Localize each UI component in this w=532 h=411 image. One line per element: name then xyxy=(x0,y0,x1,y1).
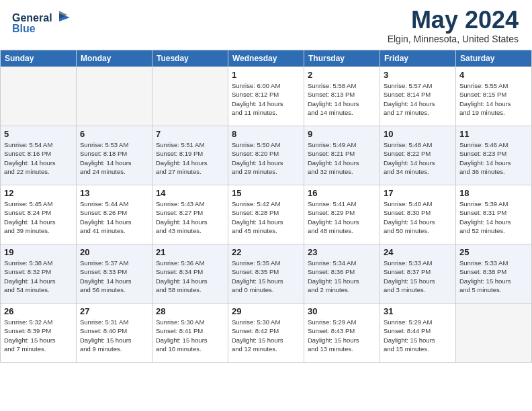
date-number: 27 xyxy=(80,306,148,316)
date-number: 12 xyxy=(4,188,73,198)
calendar-cell xyxy=(456,304,532,363)
day-info: Sunrise: 5:39 AM Sunset: 8:31 PM Dayligh… xyxy=(459,199,528,235)
date-number: 7 xyxy=(156,129,224,139)
day-info: Sunrise: 5:50 AM Sunset: 8:20 PM Dayligh… xyxy=(232,140,300,176)
calendar-cell: 23Sunrise: 5:34 AM Sunset: 8:36 PM Dayli… xyxy=(304,244,380,304)
calendar-cell: 6Sunrise: 5:53 AM Sunset: 8:18 PM Daylig… xyxy=(77,126,152,185)
day-info: Sunrise: 5:37 AM Sunset: 8:33 PM Dayligh… xyxy=(80,259,148,294)
date-number: 1 xyxy=(232,70,300,80)
calendar-cell xyxy=(152,67,228,126)
calendar-cell: 20Sunrise: 5:37 AM Sunset: 8:33 PM Dayli… xyxy=(77,244,152,304)
day-info: Sunrise: 5:54 AM Sunset: 8:16 PM Dayligh… xyxy=(4,140,73,176)
day-info: Sunrise: 5:30 AM Sunset: 8:42 PM Dayligh… xyxy=(232,318,300,353)
calendar-week-row: 1Sunrise: 6:00 AM Sunset: 8:12 PM Daylig… xyxy=(1,67,532,126)
day-info: Sunrise: 5:29 AM Sunset: 8:43 PM Dayligh… xyxy=(308,318,376,353)
day-info: Sunrise: 5:30 AM Sunset: 8:41 PM Dayligh… xyxy=(156,318,224,353)
calendar-cell: 10Sunrise: 5:48 AM Sunset: 8:22 PM Dayli… xyxy=(380,126,456,185)
col-header-wednesday: Wednesday xyxy=(228,50,304,67)
month-title: May 2024 xyxy=(388,8,519,32)
date-number: 13 xyxy=(80,188,148,198)
calendar-cell: 12Sunrise: 5:45 AM Sunset: 8:24 PM Dayli… xyxy=(1,185,77,244)
calendar-cell: 14Sunrise: 5:43 AM Sunset: 8:27 PM Dayli… xyxy=(152,185,228,244)
calendar-cell: 3Sunrise: 5:57 AM Sunset: 8:14 PM Daylig… xyxy=(380,67,456,126)
date-number: 28 xyxy=(156,306,224,316)
calendar-cell: 4Sunrise: 5:55 AM Sunset: 8:15 PM Daylig… xyxy=(456,67,532,126)
calendar-cell: 1Sunrise: 6:00 AM Sunset: 8:12 PM Daylig… xyxy=(228,67,304,126)
calendar-table: SundayMondayTuesdayWednesdayThursdayFrid… xyxy=(0,50,532,363)
date-number: 11 xyxy=(459,129,528,139)
calendar-cell: 22Sunrise: 5:35 AM Sunset: 8:35 PM Dayli… xyxy=(228,244,304,304)
day-info: Sunrise: 5:45 AM Sunset: 8:24 PM Dayligh… xyxy=(4,199,73,235)
day-info: Sunrise: 5:51 AM Sunset: 8:19 PM Dayligh… xyxy=(156,140,224,176)
calendar-cell: 29Sunrise: 5:30 AM Sunset: 8:42 PM Dayli… xyxy=(228,304,304,363)
calendar-cell: 31Sunrise: 5:29 AM Sunset: 8:44 PM Dayli… xyxy=(380,304,456,363)
col-header-monday: Monday xyxy=(77,50,152,67)
day-info: Sunrise: 5:48 AM Sunset: 8:22 PM Dayligh… xyxy=(384,140,452,176)
calendar-cell: 19Sunrise: 5:38 AM Sunset: 8:32 PM Dayli… xyxy=(1,244,77,304)
calendar-week-row: 5Sunrise: 5:54 AM Sunset: 8:16 PM Daylig… xyxy=(1,126,532,185)
svg-text:Blue: Blue xyxy=(12,23,36,34)
date-number: 8 xyxy=(232,129,300,139)
calendar-week-row: 12Sunrise: 5:45 AM Sunset: 8:24 PM Dayli… xyxy=(1,185,532,244)
day-info: Sunrise: 6:00 AM Sunset: 8:12 PM Dayligh… xyxy=(232,81,300,117)
day-info: Sunrise: 5:40 AM Sunset: 8:30 PM Dayligh… xyxy=(384,199,452,235)
calendar-cell: 16Sunrise: 5:41 AM Sunset: 8:29 PM Dayli… xyxy=(304,185,380,244)
day-info: Sunrise: 5:31 AM Sunset: 8:40 PM Dayligh… xyxy=(80,318,148,353)
location: Elgin, Minnesota, United States xyxy=(388,34,519,44)
svg-text:General: General xyxy=(12,12,52,24)
calendar-cell: 2Sunrise: 5:58 AM Sunset: 8:13 PM Daylig… xyxy=(304,67,380,126)
day-info: Sunrise: 5:33 AM Sunset: 8:38 PM Dayligh… xyxy=(459,259,528,294)
col-header-thursday: Thursday xyxy=(304,50,380,67)
title-block: May 2024 Elgin, Minnesota, United States xyxy=(388,8,519,44)
date-number: 24 xyxy=(384,247,452,257)
date-number: 4 xyxy=(459,70,528,80)
day-info: Sunrise: 5:57 AM Sunset: 8:14 PM Dayligh… xyxy=(384,81,452,117)
day-info: Sunrise: 5:58 AM Sunset: 8:13 PM Dayligh… xyxy=(308,81,376,117)
date-number: 23 xyxy=(308,247,376,257)
day-info: Sunrise: 5:49 AM Sunset: 8:21 PM Dayligh… xyxy=(308,140,376,176)
calendar-week-row: 26Sunrise: 5:32 AM Sunset: 8:39 PM Dayli… xyxy=(1,304,532,363)
calendar-cell xyxy=(1,67,77,126)
day-info: Sunrise: 5:55 AM Sunset: 8:15 PM Dayligh… xyxy=(459,81,528,117)
day-info: Sunrise: 5:36 AM Sunset: 8:34 PM Dayligh… xyxy=(156,259,224,294)
day-info: Sunrise: 5:33 AM Sunset: 8:37 PM Dayligh… xyxy=(384,259,452,294)
calendar-cell: 8Sunrise: 5:50 AM Sunset: 8:20 PM Daylig… xyxy=(228,126,304,185)
calendar-cell: 17Sunrise: 5:40 AM Sunset: 8:30 PM Dayli… xyxy=(380,185,456,244)
day-info: Sunrise: 5:34 AM Sunset: 8:36 PM Dayligh… xyxy=(308,259,376,294)
date-number: 29 xyxy=(232,306,300,316)
date-number: 2 xyxy=(308,70,376,80)
date-number: 18 xyxy=(459,188,528,198)
day-info: Sunrise: 5:43 AM Sunset: 8:27 PM Dayligh… xyxy=(156,199,224,235)
logo: General Blue xyxy=(11,8,71,40)
date-number: 6 xyxy=(80,129,148,139)
calendar-cell: 18Sunrise: 5:39 AM Sunset: 8:31 PM Dayli… xyxy=(456,185,532,244)
day-info: Sunrise: 5:42 AM Sunset: 8:28 PM Dayligh… xyxy=(232,199,300,235)
date-number: 19 xyxy=(4,247,73,257)
calendar-cell xyxy=(77,67,152,126)
calendar-cell: 21Sunrise: 5:36 AM Sunset: 8:34 PM Dayli… xyxy=(152,244,228,304)
date-number: 26 xyxy=(4,306,73,316)
day-info: Sunrise: 5:41 AM Sunset: 8:29 PM Dayligh… xyxy=(308,199,376,235)
date-number: 15 xyxy=(232,188,300,198)
col-header-saturday: Saturday xyxy=(456,50,532,67)
calendar-week-row: 19Sunrise: 5:38 AM Sunset: 8:32 PM Dayli… xyxy=(1,244,532,304)
date-number: 9 xyxy=(308,129,376,139)
date-number: 21 xyxy=(156,247,224,257)
calendar-header-row: SundayMondayTuesdayWednesdayThursdayFrid… xyxy=(1,50,532,67)
date-number: 31 xyxy=(384,306,452,316)
calendar-cell: 7Sunrise: 5:51 AM Sunset: 8:19 PM Daylig… xyxy=(152,126,228,185)
calendar-cell: 5Sunrise: 5:54 AM Sunset: 8:16 PM Daylig… xyxy=(1,126,77,185)
calendar-cell: 24Sunrise: 5:33 AM Sunset: 8:37 PM Dayli… xyxy=(380,244,456,304)
col-header-sunday: Sunday xyxy=(1,50,77,67)
day-info: Sunrise: 5:35 AM Sunset: 8:35 PM Dayligh… xyxy=(232,259,300,294)
day-info: Sunrise: 5:53 AM Sunset: 8:18 PM Dayligh… xyxy=(80,140,148,176)
calendar-cell: 27Sunrise: 5:31 AM Sunset: 8:40 PM Dayli… xyxy=(77,304,152,363)
date-number: 17 xyxy=(384,188,452,198)
calendar-cell: 15Sunrise: 5:42 AM Sunset: 8:28 PM Dayli… xyxy=(228,185,304,244)
header: General Blue May 2024 Elgin, Minnesota, … xyxy=(0,0,532,50)
day-info: Sunrise: 5:29 AM Sunset: 8:44 PM Dayligh… xyxy=(384,318,452,353)
date-number: 22 xyxy=(232,247,300,257)
logo-icon: General Blue xyxy=(11,8,71,38)
calendar-cell: 28Sunrise: 5:30 AM Sunset: 8:41 PM Dayli… xyxy=(152,304,228,363)
day-info: Sunrise: 5:32 AM Sunset: 8:39 PM Dayligh… xyxy=(4,318,73,353)
